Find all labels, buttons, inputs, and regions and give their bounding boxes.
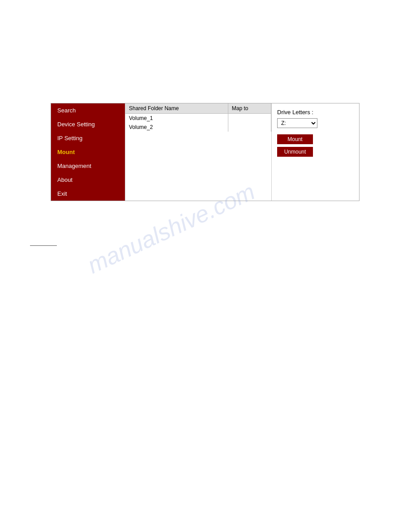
shared-folder-name-cell: Volume_1 (125, 114, 228, 123)
table-row[interactable]: Volume_2 (125, 123, 271, 132)
col-shared-folder-name: Shared Folder Name (125, 103, 228, 114)
map-to-cell (228, 114, 271, 123)
main-content: Shared Folder Name Map to Volume_1Volume… (125, 103, 359, 201)
unmount-button[interactable]: Unmount (277, 147, 313, 157)
sidebar: Search Device Setting IP Setting Mount M… (51, 103, 125, 201)
folder-panel: Shared Folder Name Map to Volume_1Volume… (125, 103, 272, 201)
right-panel: Drive Letters : Z:Y:X:W:V:U:T: Mount Unm… (272, 103, 359, 201)
map-to-cell (228, 123, 271, 132)
bottom-line (30, 245, 57, 246)
sidebar-item-about[interactable]: About (51, 173, 125, 187)
folder-table: Shared Folder Name Map to Volume_1Volume… (125, 103, 271, 132)
mount-button[interactable]: Mount (277, 134, 313, 144)
table-row[interactable]: Volume_1 (125, 114, 271, 123)
sidebar-item-search[interactable]: Search (51, 103, 125, 117)
sidebar-item-management[interactable]: Management (51, 159, 125, 173)
sidebar-item-mount[interactable]: Mount (51, 145, 125, 159)
drive-letters-select[interactable]: Z:Y:X:W:V:U:T: (277, 118, 317, 128)
sidebar-item-device-setting[interactable]: Device Setting (51, 117, 125, 131)
sidebar-item-exit[interactable]: Exit (51, 187, 125, 201)
shared-folder-name-cell: Volume_2 (125, 123, 228, 132)
sidebar-item-ip-setting[interactable]: IP Setting (51, 131, 125, 145)
app-container: Search Device Setting IP Setting Mount M… (51, 103, 360, 201)
drive-letters-label: Drive Letters : (277, 109, 354, 116)
drive-select-wrapper: Z:Y:X:W:V:U:T: (277, 118, 354, 128)
col-map-to: Map to (228, 103, 271, 114)
